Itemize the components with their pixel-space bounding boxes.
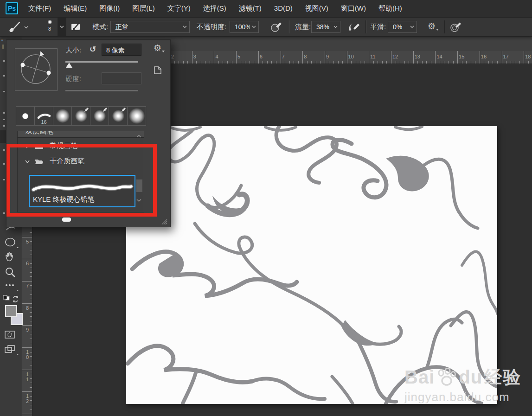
menu-item-6[interactable]: 滤镜(T) — [239, 4, 262, 13]
ruler-minor-tick — [30, 387, 32, 388]
reset-size-icon[interactable]: ↺ — [90, 45, 96, 54]
ruler-minor-tick — [365, 61, 365, 64]
tool-options-bar: 8 模式: 正常 不透明度: 100% 流量: 38% — [0, 18, 532, 37]
hruler-number: 2 — [171, 54, 174, 59]
ruler-minor-tick — [196, 61, 197, 64]
menu-item-10[interactable]: 帮助(H) — [378, 4, 402, 13]
brush-angle-control[interactable] — [15, 48, 58, 91]
menu-item-2[interactable]: 图像(I) — [99, 4, 120, 13]
ruler-minor-tick — [183, 61, 184, 64]
divider — [289, 20, 290, 33]
ruler-minor-tick — [30, 268, 32, 268]
size-pressure-icon[interactable] — [450, 22, 462, 32]
pencil-badge-icon — [103, 107, 108, 112]
size-slider-thumb[interactable] — [66, 63, 72, 68]
document-canvas[interactable] — [126, 126, 497, 404]
foreground-color-swatch[interactable] — [5, 305, 17, 317]
watermark-jingyan: 经验 — [484, 365, 521, 389]
hardness-input[interactable] — [102, 72, 141, 84]
hand-tool[interactable] — [4, 250, 18, 264]
tool-icon-fragment — [3, 112, 5, 114]
default-swap-colors-icons[interactable] — [2, 295, 20, 305]
preset-soft-round-2[interactable] — [72, 107, 90, 125]
menu-item-3[interactable]: 图层(L) — [132, 4, 154, 13]
brush-strokes — [126, 126, 497, 404]
ruler-minor-tick — [338, 61, 339, 64]
ruler-minor-tick — [179, 61, 179, 64]
opacity-chevron[interactable] — [250, 21, 259, 33]
ruler-minor-tick — [493, 61, 493, 64]
tool-icon-fragment — [3, 212, 5, 214]
ruler-minor-tick — [30, 410, 32, 410]
mode-select-chevron[interactable] — [180, 21, 190, 33]
ruler-minor-tick — [30, 396, 32, 397]
ruler-minor-tick — [30, 255, 32, 255]
collapse-panels-icon[interactable]: » — [1, 38, 3, 43]
scroll-up-icon[interactable] — [136, 134, 142, 139]
preset-soft-round-3[interactable] — [90, 107, 109, 125]
ruler-minor-tick — [449, 61, 449, 64]
size-label: 大小: — [65, 46, 81, 55]
zoom-tool[interactable] — [4, 266, 18, 280]
size-input[interactable]: 8 像素 — [102, 44, 141, 56]
vruler-number: 5 — [25, 239, 30, 244]
vruler-number: 10 — [25, 350, 30, 360]
ruler-minor-tick — [471, 61, 471, 64]
quick-mask-button[interactable] — [4, 328, 18, 342]
panel-gear-icon[interactable]: ⚙ — [154, 44, 165, 52]
size-slider[interactable] — [65, 61, 138, 63]
panel-drag-handle[interactable] — [62, 218, 71, 222]
ruler-minor-tick — [30, 263, 32, 264]
ruler-minor-tick — [30, 365, 32, 365]
ruler-major-tick — [22, 347, 32, 348]
smoothing-chevron[interactable] — [408, 21, 417, 33]
menu-item-8[interactable]: 视图(V) — [305, 4, 328, 13]
mode-select[interactable]: 正常 — [110, 21, 186, 33]
ruler-minor-tick — [276, 61, 276, 64]
ruler-minor-tick — [254, 61, 254, 64]
flyout-triangle — [16, 290, 19, 293]
new-preset-icon[interactable] — [153, 65, 163, 76]
watermark-baidu-left: Bai — [404, 367, 435, 388]
brush-tool-flyout-chevron[interactable] — [24, 26, 28, 29]
hruler-number: 14 — [436, 54, 442, 59]
preset-kyle-pencil[interactable]: 16 — [35, 107, 53, 125]
hruler-number: 4 — [215, 54, 218, 59]
preset-soft-round-5[interactable] — [128, 107, 146, 125]
ruler-major-tick — [302, 51, 303, 64]
brush-list-clipped-item[interactable]: 双层画笔 — [18, 131, 144, 138]
opacity-pressure-icon[interactable] — [270, 22, 283, 32]
preset-hard-round[interactable] — [16, 107, 35, 125]
brush-preset-picker-toggle[interactable] — [58, 18, 66, 36]
brush-preset-preview[interactable]: 8 — [43, 19, 57, 35]
watermark: Bai du 经验 jingyan.baidu.com — [404, 365, 521, 404]
menu-item-5[interactable]: 选择(S) — [203, 4, 226, 13]
ruler-minor-tick — [271, 61, 272, 64]
ruler-major-tick — [22, 325, 32, 326]
screen-mode-button[interactable] — [4, 343, 18, 357]
preset-soft-round-1[interactable] — [53, 107, 72, 125]
airbrush-icon[interactable] — [347, 22, 361, 32]
ellipse-tool[interactable] — [4, 236, 18, 250]
brush-settings-panel-toggle[interactable] — [71, 22, 82, 32]
hruler-number: 9 — [326, 54, 329, 59]
ps-logo: Ps — [6, 2, 18, 14]
ruler-minor-tick — [378, 61, 378, 64]
ruler-minor-tick — [232, 61, 232, 64]
menu-item-9[interactable]: 窗口(W) — [341, 4, 366, 13]
menu-item-0[interactable]: 文件(F) — [28, 4, 51, 13]
panel-gripper-icon: || — [2, 44, 4, 49]
pencil-badge-icon — [121, 107, 126, 112]
menu-item-7[interactable]: 3D(D) — [274, 4, 293, 13]
hruler-number: 3 — [193, 54, 196, 59]
preset-soft-round-4[interactable] — [109, 107, 128, 125]
brush-tool-icon[interactable] — [7, 21, 21, 32]
menu-item-4[interactable]: 文字(Y) — [167, 4, 191, 13]
edit-toolbar-ellipsis[interactable] — [4, 282, 18, 291]
smoothing-options-gear-icon[interactable]: ⚙ — [428, 22, 439, 31]
resize-grip-icon[interactable] — [160, 218, 168, 225]
flow-chevron[interactable] — [331, 21, 340, 33]
ruler-minor-tick — [294, 61, 294, 64]
tool-icon-fragment — [3, 119, 5, 120]
menu-item-1[interactable]: 编辑(E) — [64, 4, 87, 13]
